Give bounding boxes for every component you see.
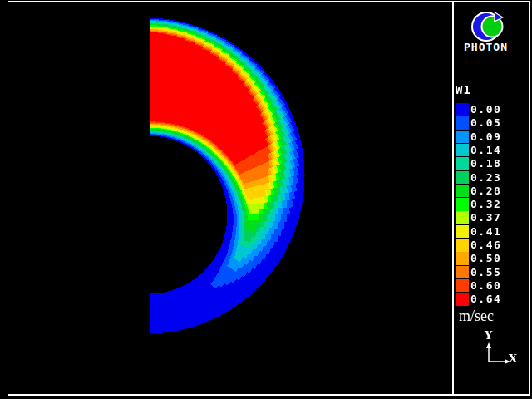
legend-value-label: 0.55 <box>470 266 501 279</box>
sidebar-divider <box>452 1 454 396</box>
legend-value-label: 0.32 <box>470 198 501 211</box>
legend-color-swatch <box>456 225 469 239</box>
legend-row: 0.28 <box>456 185 531 198</box>
legend-color-swatch <box>456 185 469 198</box>
legend-row: 0.64 <box>456 293 531 306</box>
legend-value-label: 0.60 <box>470 279 501 293</box>
photon-logo-icon <box>470 9 505 44</box>
legend-color-swatch <box>456 144 469 157</box>
legend-value-label: 0.05 <box>470 116 501 130</box>
legend-row: 0.00 <box>456 103 531 116</box>
legend-row: 0.18 <box>456 157 531 170</box>
legend-row: 0.23 <box>456 171 531 185</box>
legend-value-label: 0.37 <box>470 211 501 224</box>
legend-value-label: 0.64 <box>470 293 501 306</box>
legend-color-swatch <box>456 279 469 293</box>
legend-color-swatch <box>456 116 469 130</box>
photon-app-window: PHOTON W1 0.00 0.05 0.09 0.14 0.18 0.23 <box>0 0 532 399</box>
legend-value-label: 0.41 <box>470 225 501 239</box>
legend-color-swatch <box>456 293 469 306</box>
legend-value-label: 0.23 <box>470 171 501 185</box>
legend-value-label: 0.18 <box>470 157 501 170</box>
legend-color-swatch <box>456 103 469 116</box>
legend-value-label: 0.00 <box>470 103 501 116</box>
legend-color-swatch <box>456 157 469 170</box>
legend-value-label: 0.09 <box>470 131 501 144</box>
legend-value-label: 0.14 <box>470 144 501 157</box>
legend-color-swatch <box>456 131 469 144</box>
legend-row: 0.05 <box>456 116 531 130</box>
legend-row: 0.41 <box>456 225 531 239</box>
legend-row: 0.14 <box>456 144 531 157</box>
axis-arrows-icon <box>480 341 514 367</box>
legend-value-label: 0.50 <box>470 252 501 265</box>
legend-row: 0.50 <box>456 252 531 265</box>
contour-plot-canvas[interactable] <box>0 0 452 399</box>
legend-row: 0.32 <box>456 198 531 211</box>
legend-color-swatch <box>456 211 469 224</box>
legend-color-swatch <box>456 266 469 279</box>
legend-row: 0.46 <box>456 239 531 252</box>
legend-row: 0.37 <box>456 211 531 224</box>
legend-color-swatch <box>456 171 469 185</box>
y-axis-label: Y <box>485 329 492 342</box>
units-label: m/sec <box>459 308 494 325</box>
legend-value-label: 0.46 <box>470 239 501 252</box>
legend-color-swatch <box>456 252 469 265</box>
legend-color-swatch <box>456 198 469 211</box>
app-title: PHOTON <box>464 41 508 53</box>
legend-row: 0.60 <box>456 279 531 293</box>
legend-value-label: 0.28 <box>470 185 501 198</box>
legend-row: 0.55 <box>456 266 531 279</box>
legend-variable-title: W1 <box>456 83 471 96</box>
legend-color-swatch <box>456 239 469 252</box>
legend-row: 0.09 <box>456 131 531 144</box>
